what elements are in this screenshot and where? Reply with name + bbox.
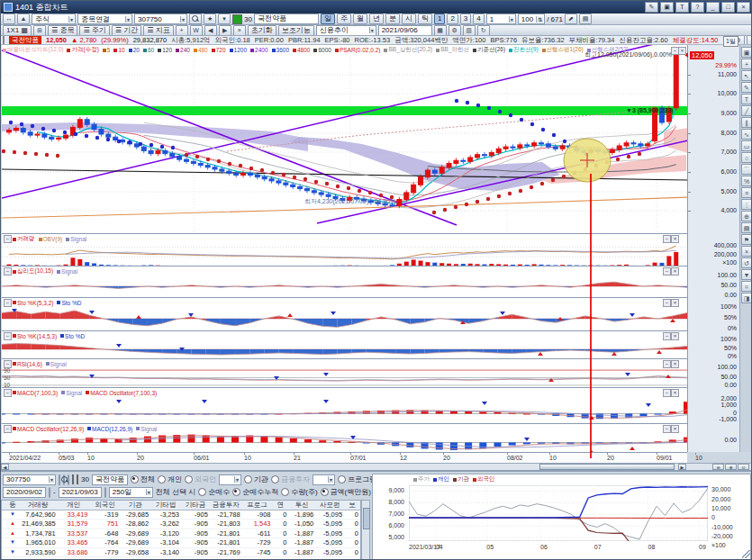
radio-individual[interactable]: 개인 — [158, 474, 182, 484]
radio-fininvest[interactable]: 금융투자 — [271, 474, 310, 484]
text-tool-icon[interactable]: T — [741, 94, 752, 104]
favorite-icon[interactable]: ★ — [204, 14, 216, 24]
toggle-indicator-button[interactable]: ☰ 지표 — [143, 25, 173, 36]
layout-1x1-button[interactable]: 1X1 ▦ — [3, 25, 32, 36]
maximize-icon[interactable]: □ — [721, 2, 735, 13]
table-row[interactable]: ▼2,933,59033,686-779-29,658-3,140-905-21… — [2, 548, 360, 558]
info-checkbox[interactable] — [3, 36, 5, 44]
screen-icon[interactable]: ▣ — [660, 2, 674, 13]
interval-1-button[interactable]: 1 — [434, 14, 445, 24]
refresh-icon[interactable]: ↻ — [477, 25, 490, 36]
hline-tool-icon[interactable]: ≡ — [741, 187, 752, 198]
radio-institution[interactable]: 기관 — [244, 474, 268, 484]
vline-tool-icon[interactable]: ⋮ — [741, 199, 752, 210]
main-close-icon[interactable]: × — [678, 47, 686, 55]
toggle-symbol-button[interactable]: ☰ 종목 — [48, 25, 77, 36]
popout-icon[interactable]: ⬈ — [565, 14, 577, 24]
bar-count-spinner[interactable]: 100⇅ — [518, 14, 545, 24]
interval-2-button[interactable]: 2 — [447, 14, 458, 24]
annotate-icon[interactable]: ✎ — [645, 2, 658, 13]
column-header[interactable]: 연기금등 — [272, 501, 288, 510]
scroll-end-icon[interactable]: » — [233, 25, 246, 36]
close-icon[interactable]: × — [737, 2, 750, 13]
indicator-panel-sto1[interactable]: −Sto %K(5,3,2)Sto %D−× — [2, 297, 687, 331]
period-tick-button[interactable]: 틱 — [418, 14, 432, 24]
window-link-icon[interactable]: ↔ — [3, 14, 15, 24]
resize-grip[interactable] — [742, 550, 750, 558]
help-icon[interactable]: ? — [691, 2, 704, 13]
table-scroll-thumb[interactable] — [363, 508, 370, 529]
column-header[interactable]: 금융투자 — [210, 501, 242, 510]
credit-trend-select[interactable]: 신용추이▾ — [316, 25, 376, 36]
more-tools-icon[interactable]: ▼ — [741, 269, 752, 280]
arc-tool-icon[interactable]: ⌒ — [741, 164, 752, 175]
chart-date-input[interactable]: 2021/09/06 — [378, 25, 432, 36]
start-date-input[interactable]: 2020/09/02 — [3, 487, 46, 498]
investor-mini-chart[interactable]: 주가개인기관외국인9,0008,0007,0006,0005,00030,000… — [372, 474, 751, 560]
zoom-out-icon[interactable]: ⊖ — [712, 464, 724, 470]
aux-function-button[interactable]: 보조기능 — [278, 25, 314, 36]
radio-foreign[interactable]: 외국인 — [185, 474, 216, 484]
investor-table[interactable]: 등거래량개인외국인기관기타법인기타금융금융투자프로그램연기금등투신사모펀드보험▼… — [1, 500, 361, 560]
favorite-dropdown-icon[interactable]: ▾ — [68, 474, 69, 485]
scroll-right-button[interactable]: ▶ — [678, 464, 686, 470]
period-hour-button[interactable]: 시 — [402, 14, 416, 24]
panel-layout-icon[interactable]: ▥ — [463, 25, 476, 36]
erase-tool-icon[interactable]: × — [741, 246, 752, 257]
column-header[interactable]: 프로그램 — [242, 501, 273, 510]
radio-amount[interactable]: 금액(백만원) — [321, 487, 371, 497]
symbol-name-input[interactable]: 국전약품 — [254, 14, 319, 24]
table-row[interactable]: ▼1,965,01033,465-764-29,689-3,104-905-21… — [2, 538, 360, 548]
column-header[interactable]: 투신 — [288, 501, 315, 510]
indicator-panel-simri[interactable]: −심리도(10,15)Signal−× — [2, 266, 687, 298]
chart-style-icon[interactable]: ▣ — [741, 47, 752, 58]
range-select[interactable]: 250일▾ — [109, 487, 153, 498]
interval-3-button[interactable]: 3 — [460, 14, 471, 24]
radio-program[interactable]: 프로그램 — [338, 474, 372, 484]
layout-grid-icon[interactable]: ⊞ — [33, 25, 46, 36]
indicator-panel-macd1[interactable]: −MACD(7,100,3)SignalMACD Oscillator(7,10… — [2, 387, 687, 424]
crosshair-icon[interactable]: + — [176, 25, 188, 36]
settings-icon[interactable]: ⚙ — [448, 25, 461, 36]
period-month-button[interactable]: 월 — [353, 14, 367, 24]
parallel-line-tool-icon[interactable]: ∥ — [741, 117, 752, 128]
pen-tool-icon[interactable]: ✎ — [741, 82, 752, 93]
fibonacci-tool-icon[interactable]: % — [741, 176, 752, 186]
calendar-icon[interactable]: ▦ — [104, 487, 106, 498]
wave-tool-icon[interactable]: ∿ — [741, 129, 752, 140]
radio-quantity[interactable]: 수량(주) — [281, 487, 317, 497]
scroll-left-button[interactable]: ◀ — [1, 464, 9, 470]
pattern-tool-icon[interactable]: ⌗ — [741, 281, 752, 292]
search-icon[interactable] — [189, 14, 202, 24]
trendline-tool-icon[interactable]: ╱ — [741, 105, 752, 116]
info-close-icon[interactable]: × — [747, 36, 752, 45]
symbol-name-input[interactable]: 국전약품 — [92, 474, 128, 485]
radio-all[interactable]: 전체 — [131, 474, 155, 484]
column-header[interactable]: 기관 — [120, 501, 150, 510]
indicator-panel-rsi[interactable]: −RSI(14,6)Signal−×905010 — [2, 358, 687, 388]
column-header[interactable]: 보험 — [344, 501, 360, 510]
toggle-range-button[interactable]: ☰ 기간 — [112, 25, 141, 36]
grid-tool-icon[interactable]: ▤ — [741, 222, 752, 233]
radio-net-buy-cumulative[interactable]: 순매수누적 — [232, 487, 278, 497]
period-minute-button[interactable]: 분 — [385, 14, 400, 24]
title-bar[interactable]: 1401 종합차트 ✎▣T?_□× — [1, 1, 752, 14]
column-header[interactable]: 등 — [7, 501, 18, 510]
ellipse-tool-icon[interactable]: ○ — [741, 152, 752, 163]
institution-select[interactable]: ▾ — [313, 474, 335, 485]
w-mode-icon[interactable]: W — [190, 25, 203, 36]
radio-net-buy[interactable]: 순매수 — [198, 487, 230, 497]
indicator-panel-sto2[interactable]: −Sto %K(14,5,3)Sto %D−× — [2, 330, 687, 359]
price-axis[interactable]: 1일 12,050 29.99% 11,00010,0009,0008,0007… — [687, 45, 740, 452]
scroll-right-icon[interactable]: ▶ — [219, 25, 231, 36]
calendar-icon[interactable]: ▦ — [49, 487, 50, 498]
reset-button[interactable]: 초기화 — [248, 25, 276, 36]
symbol-code-select[interactable]: 307750▾ — [3, 474, 56, 485]
column-header[interactable]: 기타금융 — [181, 501, 210, 510]
calendar-icon[interactable]: ▦ — [434, 25, 447, 36]
end-date-input[interactable]: 2021/09/03 — [59, 487, 102, 498]
toggle-period-button[interactable]: ☰ 주기 — [79, 25, 109, 36]
collapse-icon[interactable]: ▲ — [17, 14, 30, 24]
scroll-left-icon[interactable]: ◀ — [204, 25, 217, 36]
table-row[interactable]: ▼7,642,96033,419-319-29,685-3,253-905-21… — [2, 510, 360, 520]
